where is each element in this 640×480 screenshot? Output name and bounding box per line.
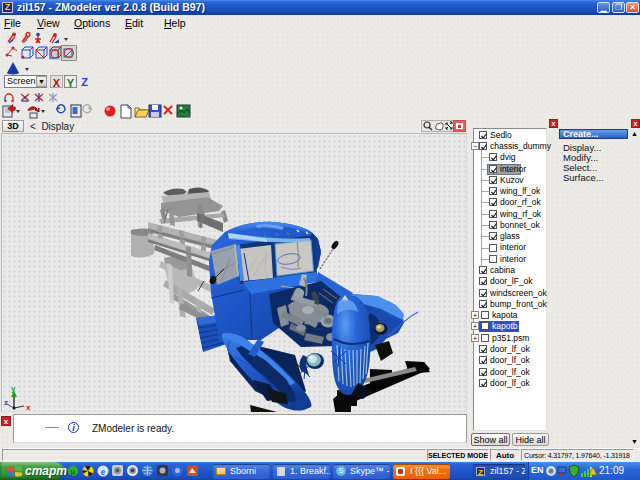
svg-text:e: e: [101, 466, 106, 477]
svg-text:x: x: [26, 403, 31, 412]
svg-text:z: z: [4, 398, 8, 407]
svg-text:µ: µ: [71, 467, 76, 476]
svg-text:y: y: [11, 384, 16, 393]
